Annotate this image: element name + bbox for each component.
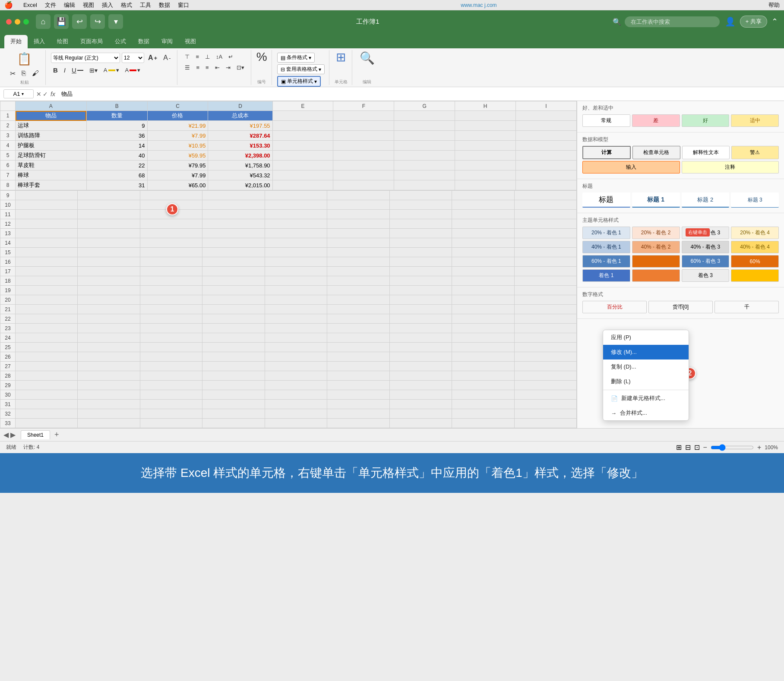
cell-empty[interactable] <box>265 305 327 314</box>
cell-g3[interactable] <box>394 131 455 141</box>
cell-empty[interactable] <box>389 314 452 324</box>
cell-empty[interactable] <box>78 333 140 343</box>
number-percent[interactable]: 百分比 <box>582 301 647 313</box>
cell-empty[interactable] <box>78 314 140 324</box>
context-menu-modify[interactable]: 修改 (M)... <box>603 345 689 359</box>
cell-empty[interactable] <box>327 409 389 419</box>
cell-empty[interactable] <box>327 200 389 210</box>
cell-empty[interactable] <box>16 210 78 219</box>
cell-empty[interactable] <box>16 400 78 409</box>
cell-g2[interactable] <box>394 121 455 131</box>
cell-empty[interactable] <box>16 238 78 248</box>
cell-i4[interactable] <box>516 141 577 151</box>
cell-empty[interactable] <box>140 352 202 362</box>
zoom-out-icon[interactable]: − <box>703 444 707 451</box>
menu-data[interactable]: 数据 <box>159 1 170 9</box>
cell-e2[interactable] <box>272 121 333 131</box>
theme-60-accent2[interactable] <box>632 255 680 268</box>
cell-b7[interactable]: 68 <box>86 170 147 180</box>
cell-empty[interactable] <box>78 324 140 333</box>
cell-empty[interactable] <box>140 314 202 324</box>
search-input[interactable] <box>625 16 720 27</box>
cell-empty[interactable] <box>327 324 389 333</box>
cell-c7[interactable]: ¥7.99 <box>147 170 208 180</box>
tab-formula[interactable]: 公式 <box>109 35 132 48</box>
list-view-button[interactable]: ⊟ <box>685 443 691 451</box>
cell-c4[interactable]: ¥10.95 <box>147 141 208 151</box>
cell-empty[interactable] <box>389 191 452 200</box>
cell-b6[interactable]: 22 <box>86 161 147 170</box>
cell-f6[interactable] <box>333 161 394 170</box>
cell-c8[interactable]: ¥65.00 <box>147 180 208 190</box>
cell-empty[interactable] <box>327 238 389 248</box>
number-thousand[interactable]: 千 <box>714 301 779 313</box>
cell-empty[interactable] <box>389 362 452 371</box>
cell-empty[interactable] <box>327 381 389 390</box>
cell-empty[interactable] <box>140 305 202 314</box>
align-top-button[interactable]: ⊤ <box>183 53 192 61</box>
cell-empty[interactable] <box>514 409 577 419</box>
cell-empty[interactable] <box>202 400 265 409</box>
cell-empty[interactable] <box>16 343 78 352</box>
cell-empty[interactable] <box>16 229 78 238</box>
tab-review[interactable]: 审阅 <box>155 35 179 48</box>
cell-empty[interactable] <box>265 409 327 419</box>
formula-fx-icon[interactable]: fx <box>51 91 55 98</box>
cell-empty[interactable] <box>202 333 265 343</box>
cell-empty[interactable] <box>202 238 265 248</box>
cell-empty[interactable] <box>452 191 514 200</box>
cell-empty[interactable] <box>389 286 452 295</box>
cell-empty[interactable] <box>514 248 577 257</box>
cell-empty[interactable] <box>327 219 389 229</box>
cell-empty[interactable] <box>265 324 327 333</box>
cell-empty[interactable] <box>140 276 202 286</box>
cell-empty[interactable] <box>327 248 389 257</box>
cell-empty[interactable] <box>327 390 389 400</box>
menu-help[interactable]: 帮助 <box>768 1 780 9</box>
cell-empty[interactable] <box>140 343 202 352</box>
cell-empty[interactable] <box>452 314 514 324</box>
context-menu-merge-style[interactable]: → 合并样式... <box>603 406 689 420</box>
cell-empty[interactable] <box>265 343 327 352</box>
cell-empty[interactable] <box>327 305 389 314</box>
cell-i5[interactable] <box>516 151 577 161</box>
cell-empty[interactable] <box>327 257 389 267</box>
cell-empty[interactable] <box>265 400 327 409</box>
cell-empty[interactable] <box>514 286 577 295</box>
cell-b3[interactable]: 36 <box>86 131 147 141</box>
cell-empty[interactable] <box>78 210 140 219</box>
cell-b4[interactable]: 14 <box>86 141 147 151</box>
cell-empty[interactable] <box>265 267 327 276</box>
cell-b5[interactable]: 40 <box>86 151 147 161</box>
align-bottom-button[interactable]: ⊥ <box>203 53 212 61</box>
cell-empty[interactable] <box>514 352 577 362</box>
font-size-increase-button[interactable]: A+ <box>146 53 159 63</box>
cell-empty[interactable] <box>202 210 265 219</box>
cell-empty[interactable] <box>202 324 265 333</box>
cell-empty[interactable] <box>452 295 514 305</box>
cell-empty[interactable] <box>202 219 265 229</box>
text-direction-button[interactable]: ↕A <box>214 53 224 61</box>
cell-a4[interactable]: 护腿板 <box>16 141 87 151</box>
bold-button[interactable]: B <box>51 66 60 75</box>
font-name-select[interactable]: 等线 Regular (正文) <box>51 53 120 63</box>
cell-empty[interactable] <box>389 305 452 314</box>
cell-empty[interactable] <box>140 409 202 419</box>
cell-empty[interactable] <box>202 267 265 276</box>
cell-g4[interactable] <box>394 141 455 151</box>
underline-button[interactable]: U <box>70 66 85 75</box>
cell-empty[interactable] <box>265 390 327 400</box>
conditional-format-button[interactable]: ▤ 条件格式 ▾ <box>277 53 315 63</box>
page-view-button[interactable]: ⊡ <box>694 443 700 451</box>
context-menu-delete[interactable]: 删除 (L) <box>603 374 689 389</box>
cell-empty[interactable] <box>327 419 389 428</box>
cell-empty[interactable] <box>78 343 140 352</box>
cut-button[interactable]: ✂ <box>8 69 18 79</box>
col-header-e[interactable]: E <box>272 101 333 111</box>
cell-empty[interactable] <box>16 352 78 362</box>
cell-b1[interactable]: 数量 <box>86 111 147 121</box>
cell-f4[interactable] <box>333 141 394 151</box>
cell-d1[interactable]: 总成本 <box>208 111 272 121</box>
menu-window[interactable]: 窗口 <box>178 1 189 9</box>
cell-d6[interactable]: ¥1,758.90 <box>208 161 272 170</box>
